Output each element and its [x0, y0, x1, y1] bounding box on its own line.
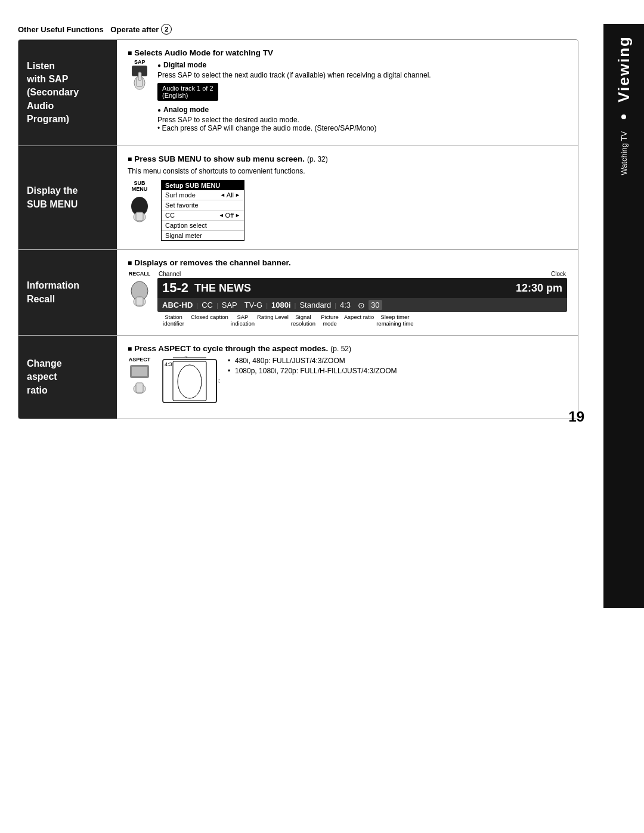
recall-content: Displays or removes the channel banner. …: [117, 250, 578, 335]
circle-number: 2: [161, 24, 172, 35]
sidebar-viewing-label: Viewing: [615, 36, 633, 103]
clock-icon: ⊙: [358, 301, 365, 310]
submenu-row-signalmeter: Signal meter: [162, 231, 244, 240]
submenu-content: Press SUB MENU to show sub menu screen. …: [117, 146, 578, 249]
banner-timer: 30: [369, 300, 382, 310]
aspect-button-icon: ASPECT: [128, 357, 151, 398]
aspect-diagram: 4 3 4:3: [160, 357, 219, 410]
label-sleep: Sleep timerremaining time: [376, 314, 413, 327]
page-number: 19: [568, 408, 584, 425]
aspect-list: 480i, 480p: FULL/JUST/4:3/ZOOM 1080p, 10…: [228, 357, 397, 375]
recall-button-icon: RECALL: [128, 271, 151, 309]
digital-mode-text: Press SAP to select the next audio track…: [157, 71, 431, 79]
recall-header: Displays or removes the channel banner.: [128, 258, 567, 267]
main-content-box: Listen with SAP (Secondary Audio Program…: [18, 39, 578, 419]
label-picture: Picturemode: [318, 314, 342, 327]
aspect-body: ASPECT: [128, 357, 567, 410]
submenu-row-captionselect: Caption select: [162, 221, 244, 231]
sidebar-watching-label: Watching TV: [620, 131, 628, 175]
submenu-menu-display: Setup SUB MENU Surf mode ◄ All ►: [161, 180, 244, 241]
sap-button-icon: SAP: [128, 61, 151, 91]
svg-text:SAP: SAP: [134, 59, 145, 65]
label-cc: Closed caption: [191, 314, 228, 327]
analog-mode-text2: • Each press of SAP will change the audi…: [157, 124, 431, 132]
recall-section: Information Recall Displays or removes t…: [18, 250, 578, 336]
banner-channel-name: THE NEWS: [194, 282, 516, 295]
right-sidebar: Viewing Watching TV: [603, 24, 644, 608]
submenu-row-cc: CC ◄ Off ►: [162, 210, 244, 221]
banner-time: 12:30 pm: [516, 282, 562, 295]
submenu-desc: This menu consists of shortcuts to conve…: [128, 167, 567, 175]
section-header-other-useful: Other Useful Functions Operate after 2: [18, 24, 626, 35]
channel-banner: Channel Clock 15-2 THE NEWS 12:30 pm: [157, 271, 567, 327]
svg-rect-7: [136, 212, 143, 221]
label-station: Stationidentifier: [159, 314, 188, 327]
sap-header: Selects Audio Mode for watching TV: [128, 48, 567, 57]
aspect-content: Press ASPECT to cycle through the aspect…: [117, 336, 578, 419]
sidebar-dot: [621, 114, 626, 119]
aspect-label: Change aspect ratio: [18, 336, 117, 419]
sap-section: Listen with SAP (Secondary Audio Program…: [18, 40, 578, 146]
banner-cc: CC: [202, 301, 213, 309]
svg-rect-12: [132, 367, 147, 376]
banner-bottom-labels: Stationidentifier Closed caption SAPindi…: [157, 314, 567, 327]
sap-content: Selects Audio Mode for watching TV SAP: [117, 40, 578, 145]
banner-channel-number: 15-2: [162, 280, 188, 296]
banner-tvg: TV-G: [244, 301, 262, 309]
submenu-row-setfavorite: Set favorite: [162, 200, 244, 210]
audio-track-box: Audio track 1 of 2 (English): [157, 83, 218, 101]
recall-btn-row: RECALL Channel Cl: [128, 271, 567, 327]
svg-rect-4: [138, 72, 141, 80]
sap-label: Listen with SAP (Secondary Audio Program…: [18, 40, 117, 145]
submenu-button-icon: SUBMENU: [128, 180, 151, 223]
sap-descriptions: Digital mode Press SAP to select the nex…: [157, 61, 431, 132]
banner-sub-row: ABC-HD | CC | SAP TV-G | 1080i | Standa: [157, 298, 567, 312]
svg-rect-14: [136, 383, 143, 392]
banner-labels-top: Channel Clock: [157, 271, 567, 277]
analog-mode-title: Analog mode: [157, 106, 431, 114]
recall-body: RECALL Channel Cl: [128, 271, 567, 327]
svg-point-17: [178, 365, 202, 398]
sap-button-area: SAP Digital mode: [128, 61, 567, 132]
label-signal: Signalresolution: [291, 314, 315, 327]
aspect-item-1: 480i, 480p: FULL/JUST/4:3/ZOOM: [228, 357, 397, 365]
banner-sap: SAP: [222, 301, 237, 309]
aspect-header: Press ASPECT to cycle through the aspect…: [128, 344, 567, 353]
label-sap: SAPindication: [231, 314, 255, 327]
submenu-body: SUBMENU Setup SUB MENU Surf: [128, 180, 567, 241]
submenu-row-surfmode: Surf mode ◄ All ►: [162, 190, 244, 200]
svg-text:4:3: 4:3: [165, 361, 172, 367]
label-rating: Rating Level: [257, 314, 289, 327]
submenu-header: Press SUB MENU to show sub menu screen. …: [128, 154, 567, 163]
svg-rect-10: [136, 297, 143, 305]
svg-text:3: 3: [218, 378, 219, 384]
aspect-text-descriptions: 480i, 480p: FULL/JUST/4:3/ZOOM 1080p, 10…: [228, 357, 397, 377]
banner-main-row: 15-2 THE NEWS 12:30 pm: [157, 278, 567, 298]
submenu-label: Display the SUB MENU: [18, 146, 117, 249]
aspect-section: Change aspect ratio Press ASPECT to cycl…: [18, 336, 578, 419]
svg-text:4: 4: [184, 357, 187, 359]
submenu-section: Display the SUB MENU Press SUB MENU to s…: [18, 146, 578, 250]
digital-mode-title: Digital mode: [157, 61, 431, 69]
banner-aspect: 4:3: [340, 301, 351, 309]
banner-picture-mode: Standard: [299, 301, 331, 309]
banner-station: ABC-HD: [162, 301, 193, 309]
aspect-item-2: 1080p, 1080i, 720p: FULL/H-FILL/JUST/4:3…: [228, 367, 397, 375]
recall-label: Information Recall: [18, 250, 117, 335]
label-aspect: Aspect ratio: [344, 314, 374, 327]
submenu-menu-title: Setup SUB MENU: [162, 181, 244, 190]
banner-resolution: 1080i: [271, 301, 291, 309]
analog-mode-text1: Press SAP to select the desired audio mo…: [157, 116, 431, 124]
